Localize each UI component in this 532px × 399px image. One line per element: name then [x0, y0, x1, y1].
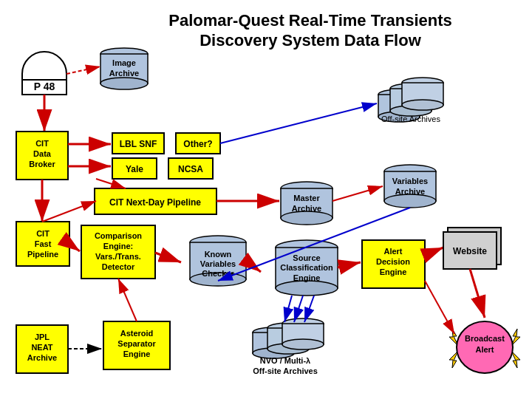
- svg-point-10: [390, 83, 432, 94]
- svg-rect-11: [390, 89, 432, 111]
- svg-point-9: [378, 112, 420, 122]
- known-vars-label: Known: [205, 250, 232, 259]
- nvo-label2: Off-site Archives: [253, 366, 318, 375]
- svg-line-36: [332, 186, 383, 201]
- cit-data-broker-label: CIT: [35, 139, 49, 148]
- alert-decision-label: Alert: [383, 247, 402, 256]
- svg-point-33: [384, 165, 436, 178]
- svg-rect-52: [443, 232, 497, 269]
- svg-point-15: [402, 100, 443, 110]
- jpl-neat-label3: Archive: [27, 353, 57, 362]
- known-vars-label3: Checker: [202, 269, 234, 278]
- comparison-label: Comparison: [95, 231, 142, 240]
- variables-archive-label: Variables: [392, 177, 428, 185]
- svg-point-30: [281, 182, 332, 195]
- source-class-label2: Classification: [280, 263, 333, 272]
- svg-point-74: [457, 321, 513, 373]
- ncsa-label: NCSA: [178, 164, 203, 174]
- svg-point-62: [282, 339, 324, 349]
- asteroid-sep-label2: Separator: [117, 339, 156, 348]
- svg-rect-3: [22, 80, 66, 95]
- svg-point-57: [267, 323, 309, 333]
- svg-rect-14: [402, 83, 443, 105]
- master-archive-label2: Archive: [292, 204, 321, 213]
- svg-rect-18: [16, 132, 68, 180]
- svg-point-54: [253, 327, 294, 338]
- jpl-neat-label2: NEAT: [31, 343, 52, 352]
- svg-marker-71: [511, 329, 520, 346]
- cit-fast-label: CIT: [36, 229, 50, 238]
- website-label: Website: [453, 246, 487, 256]
- svg-rect-8: [378, 95, 420, 117]
- cit-fast-label2: Fast: [35, 239, 52, 248]
- svg-line-69: [118, 279, 137, 321]
- svg-rect-21: [112, 133, 164, 154]
- cit-fast-label3: Pipeline: [27, 250, 58, 259]
- svg-line-75: [470, 269, 485, 318]
- svg-point-12: [390, 106, 432, 116]
- svg-point-32: [281, 211, 332, 225]
- svg-line-38: [69, 244, 80, 251]
- broadcast-alert-label2: Alert: [475, 345, 494, 354]
- svg-rect-49: [362, 240, 425, 288]
- comparison-label4: Detector: [102, 262, 135, 271]
- cit-data-broker-label3: Broker: [29, 160, 55, 168]
- svg-rect-34: [384, 171, 436, 201]
- svg-line-50: [425, 248, 443, 255]
- svg-rect-37: [16, 222, 69, 266]
- svg-rect-55: [253, 332, 294, 353]
- svg-rect-24: [168, 158, 213, 179]
- asteroid-sep-label: Asteroid: [120, 329, 154, 338]
- svg-marker-70: [449, 329, 458, 346]
- title-line1: Palomar-Quest Real-Time Transients: [168, 11, 452, 30]
- svg-marker-73: [511, 351, 520, 368]
- svg-line-63: [284, 296, 292, 322]
- variables-archive-label2: Archive: [395, 187, 425, 196]
- svg-rect-46: [276, 248, 338, 288]
- nvo-label: NVO / Multi-λ: [260, 356, 310, 365]
- svg-point-4: [100, 48, 148, 60]
- p48-label: P 48: [34, 81, 55, 92]
- other-label: Other?: [183, 139, 212, 149]
- svg-point-41: [190, 236, 246, 249]
- svg-rect-31: [281, 188, 332, 218]
- image-archive-label: Image: [112, 58, 136, 67]
- cit-nextday-label: CIT Next-Day Pipeline: [109, 197, 201, 208]
- svg-line-65: [304, 296, 314, 322]
- yale-label: Yale: [126, 164, 143, 174]
- known-vars-label2: Variables: [200, 259, 236, 268]
- svg-point-60: [282, 318, 324, 329]
- svg-point-13: [402, 78, 443, 88]
- svg-line-77: [42, 201, 96, 222]
- svg-point-43: [190, 273, 246, 286]
- svg-point-47: [276, 281, 338, 296]
- asteroid-sep-label3: Engine: [123, 349, 151, 358]
- svg-point-7: [378, 89, 420, 100]
- source-class-label3: Engine: [293, 273, 321, 282]
- svg-rect-66: [16, 325, 68, 373]
- svg-point-59: [267, 344, 309, 354]
- master-archive-label: Master: [293, 194, 320, 202]
- svg-point-45: [276, 240, 338, 255]
- svg-line-28: [96, 179, 126, 188]
- svg-rect-51: [448, 228, 501, 265]
- svg-line-64: [294, 296, 303, 322]
- svg-rect-42: [190, 242, 246, 279]
- svg-line-53: [218, 208, 410, 281]
- svg-rect-23: [112, 158, 157, 179]
- svg-line-40: [155, 253, 181, 262]
- cit-data-broker-label2: Data: [33, 149, 52, 158]
- offsite-archives-label: Off-site Archives: [381, 115, 440, 123]
- svg-line-44: [246, 261, 261, 272]
- svg-rect-68: [103, 321, 170, 369]
- broadcast-alert-label: Broadcast: [465, 334, 505, 343]
- diagram: Palomar-Quest Real-Time Transients Disco…: [0, 0, 532, 399]
- svg-point-56: [253, 348, 294, 358]
- svg-point-6: [100, 78, 148, 89]
- svg-rect-39: [81, 225, 155, 279]
- svg-rect-22: [176, 133, 220, 154]
- source-class-label: Source: [293, 253, 320, 262]
- title-line2: Discovery System Data Flow: [200, 31, 421, 50]
- svg-line-76: [425, 281, 454, 334]
- svg-line-17: [66, 66, 100, 74]
